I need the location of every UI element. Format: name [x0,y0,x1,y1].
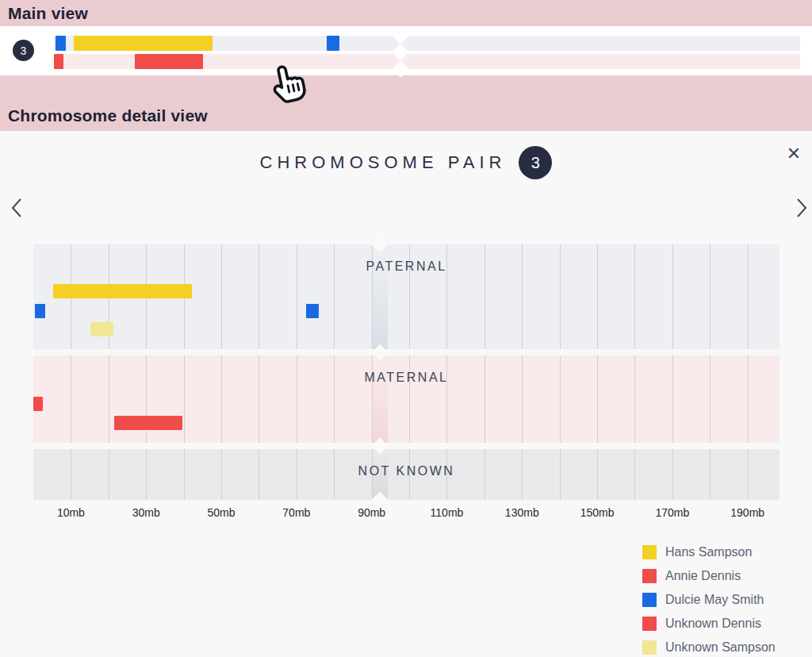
axis-tick-label: 190mb [730,506,764,519]
centromere-band [373,355,387,443]
previous-chromosome-button[interactable] [6,196,29,220]
chevron-left-icon [6,196,29,220]
gridline-110mb [446,355,447,443]
gridline-130mb [522,355,523,443]
mini-paternal-bar[interactable] [54,36,800,51]
next-chromosome-button[interactable] [790,196,812,220]
main-view-chromosome-row: 3 [0,26,812,75]
chromosome-detail-chart[interactable]: PATERNAL MATERNAL NOT KNOWN [33,244,779,500]
mini-maternal-bar[interactable] [54,54,800,69]
gridline-40mb [184,355,185,443]
chromosome-number-badge: 3 [13,40,34,61]
gridline-10mb [71,355,71,443]
mini-dna-segment[interactable] [135,54,203,69]
paternal-track-label: PATERNAL [33,259,779,274]
gridline-70mb [297,355,297,443]
dna-segment[interactable] [35,304,45,318]
legend-swatch [642,545,657,559]
legend-swatch [642,593,657,607]
axis-tick-label: 170mb [655,506,689,519]
paternal-track[interactable]: PATERNAL [33,244,779,349]
dna-segment[interactable] [90,322,113,336]
legend-item: Hans Sampson [642,540,776,564]
chevron-right-icon [790,196,812,220]
gridline-140mb [560,355,561,443]
gridline-80mb [334,355,335,443]
gridline-60mb [259,355,259,443]
main-view-title: Main view [8,4,88,23]
gridline-160mb [634,355,635,443]
legend: Hans SampsonAnnie DennisDulcie May Smith… [642,540,776,657]
legend-label: Unknown Sampson [665,640,776,655]
gridline-50mb [221,355,222,443]
axis-tick-label: 150mb [580,506,615,519]
mini-dna-segment[interactable] [56,36,66,51]
hand-cursor-icon [268,58,312,104]
mini-chromosome-bars[interactable] [54,36,800,69]
gridline-190mb [748,355,749,443]
axis-tick-label: 70mb [282,506,310,519]
main-view-header-band: Main view [0,0,812,26]
axis-tick-label: 50mb [208,506,236,519]
chromosome-detail-panel: CHROMOSOME PAIR 3 ✕ PATERNAL MATERNAL NO… [0,131,812,657]
legend-item: Dulcie May Smith [642,588,776,612]
legend-item: Unknown Dennis [642,612,776,636]
chromosome-pair-badge: 3 [519,146,552,179]
mini-dna-segment[interactable] [327,36,340,51]
detail-title: CHROMOSOME PAIR [260,152,507,173]
gridline-120mb [485,355,485,443]
mini-dna-segment[interactable] [74,36,213,51]
axis-labels: 10mb30mb50mb70mb90mb110mb130mb150mb170mb… [33,506,779,521]
legend-label: Dulcie May Smith [665,593,764,607]
legend-label: Unknown Dennis [665,617,761,631]
legend-item: Unknown Sampson [642,636,776,657]
legend-item: Annie Dennis [642,564,776,588]
not-known-track-label: NOT KNOWN [33,464,779,478]
not-known-track[interactable]: NOT KNOWN [33,449,779,500]
axis-tick-label: 110mb [431,506,464,519]
legend-label: Annie Dennis [665,569,741,583]
legend-swatch [642,617,657,631]
dna-segment[interactable] [114,416,182,430]
axis-tick-label: 130mb [505,506,539,519]
axis-tick-label: 30mb [132,506,160,519]
close-button[interactable]: ✕ [782,142,806,166]
gridline-170mb [672,355,673,443]
gridline-100mb [409,355,410,443]
maternal-track[interactable]: MATERNAL [33,355,779,443]
legend-swatch [642,569,657,583]
axis-tick-label: 10mb [57,506,85,519]
maternal-track-label: MATERNAL [33,371,779,385]
legend-swatch [642,640,657,655]
gridline-180mb [710,355,710,443]
dna-segment[interactable] [33,397,43,411]
dna-segment[interactable] [306,304,320,318]
legend-label: Hans Sampson [665,545,752,559]
dna-segment[interactable] [53,284,192,298]
gridline-150mb [597,355,598,443]
axis-tick-label: 90mb [358,506,385,519]
gridline-20mb [109,355,109,443]
detail-title-row: CHROMOSOME PAIR 3 [0,146,812,179]
detail-view-header-band: Chromosome detail view [0,75,812,131]
detail-view-header: Chromosome detail view [8,106,208,125]
mini-dna-segment[interactable] [54,54,63,69]
